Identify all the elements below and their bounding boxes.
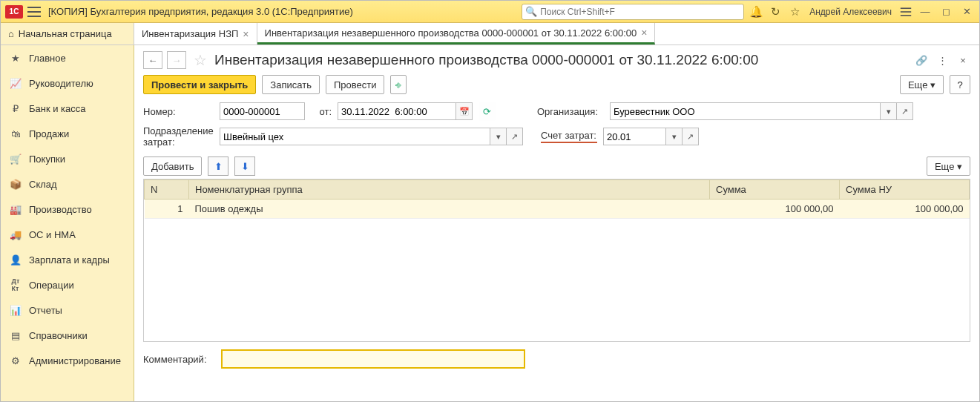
star-icon[interactable]: ☆ — [787, 4, 802, 19]
star-icon: ★ — [10, 52, 22, 64]
history-icon[interactable]: ↻ — [768, 4, 783, 19]
sidebar-item-warehouse[interactable]: 📦Склад — [1, 171, 134, 197]
back-button[interactable]: ← — [143, 51, 162, 69]
dtkt-button[interactable]: ⎆ — [390, 75, 407, 94]
cart-icon: 🛒 — [10, 153, 22, 165]
global-search[interactable]: 🔍 — [522, 4, 744, 20]
gear-icon: ⚙ — [10, 355, 22, 366]
sidebar-item-operations[interactable]: ДтКтОперации — [1, 272, 134, 297]
comment-label: Комментарий: — [143, 354, 214, 365]
dept-field[interactable] — [220, 128, 490, 145]
dept-label: Подразделениезатрат: — [143, 125, 214, 148]
table-row[interactable]: 1 Пошив одежды 100 000,00 100 000,00 — [145, 200, 970, 219]
calendar-icon[interactable]: 📅 — [456, 102, 473, 120]
bell-icon[interactable]: 🔔 — [749, 4, 763, 19]
org-label: Организация: — [537, 106, 604, 117]
maximize-button[interactable]: ◻ — [938, 4, 954, 20]
factory-icon: 🏭 — [10, 203, 22, 215]
chart-icon: 📈 — [10, 77, 22, 89]
help-button[interactable]: ? — [950, 75, 970, 94]
write-button[interactable]: Записать — [262, 75, 320, 94]
more-button[interactable]: Еще ▾ — [900, 75, 944, 94]
dropdown-icon[interactable]: ▾ — [490, 128, 507, 145]
post-button[interactable]: Провести — [326, 75, 385, 94]
home-tab-label: Начальная страница — [19, 28, 112, 39]
sidebar-item-purchases[interactable]: 🛒Покупки — [1, 146, 134, 171]
book-icon: ▤ — [10, 329, 22, 341]
add-row-button[interactable]: Добавить — [143, 156, 202, 176]
comment-field[interactable] — [221, 349, 525, 369]
sidebar-item-assets[interactable]: 🚚ОС и НМА — [1, 222, 134, 247]
post-close-button[interactable]: Провести и закрыть — [143, 75, 256, 94]
logo-1c: 1C — [5, 5, 23, 19]
bag-icon: 🛍 — [10, 128, 22, 139]
open-icon[interactable]: ↗ — [507, 128, 523, 145]
table-more-button[interactable]: Еще ▾ — [927, 156, 970, 176]
number-field[interactable] — [220, 102, 305, 120]
home-icon: ⌂ — [8, 28, 14, 39]
move-up-button[interactable]: ⬆ — [208, 156, 228, 176]
sidebar-item-production[interactable]: 🏭Производство — [1, 197, 134, 222]
account-field[interactable] — [603, 128, 666, 145]
forward-button[interactable]: → — [167, 51, 186, 69]
sidebar: ★Главное 📈Руководителю ₽Банк и касса 🛍Пр… — [1, 45, 134, 401]
tab-inventory-doc[interactable]: Инвентаризация незавершенного производст… — [257, 23, 656, 45]
link-icon[interactable]: 🔗 — [914, 53, 929, 67]
tab-label: Инвентаризация незавершенного производст… — [265, 27, 637, 39]
search-input[interactable] — [540, 7, 740, 17]
col-sum-nu[interactable]: Сумма НУ — [840, 180, 970, 200]
sidebar-item-bank[interactable]: ₽Банк и касса — [1, 96, 134, 121]
tab-label: Инвентаризация НЗП — [142, 28, 238, 39]
account-label[interactable]: Счет затрат: — [541, 130, 597, 143]
open-icon[interactable]: ↗ — [683, 128, 699, 145]
person-icon: 👤 — [10, 254, 22, 266]
search-icon: 🔍 — [525, 6, 537, 17]
minimize-button[interactable]: — — [917, 4, 933, 20]
dtkt-icon: ДтКт — [10, 279, 22, 291]
date-field[interactable] — [338, 102, 456, 120]
kebab-icon[interactable]: ⋮ — [935, 53, 950, 67]
bars-icon: 📊 — [10, 304, 22, 316]
sidebar-item-catalogs[interactable]: ▤Справочники — [1, 323, 134, 348]
dropdown-icon[interactable]: ▾ — [881, 102, 897, 120]
home-tab[interactable]: ⌂ Начальная страница — [1, 23, 134, 45]
box-icon: 📦 — [10, 178, 22, 190]
close-icon[interactable]: × — [641, 27, 647, 39]
sidebar-item-sales[interactable]: 🛍Продажи — [1, 121, 134, 146]
rows-table[interactable]: N Номенклатурная группа Сумма Сумма НУ 1… — [144, 179, 970, 219]
col-sum[interactable]: Сумма — [710, 180, 840, 200]
sidebar-item-manager[interactable]: 📈Руководителю — [1, 70, 134, 96]
close-icon[interactable]: × — [243, 28, 249, 40]
app-title: [КОПИЯ] Бухгалтерия предприятия, редакци… — [48, 6, 353, 17]
document-title: Инвентаризация незавершенного производст… — [214, 52, 758, 68]
sidebar-item-main[interactable]: ★Главное — [1, 45, 134, 70]
burger-menu-icon[interactable] — [27, 7, 41, 17]
number-label: Номер: — [143, 106, 214, 117]
dropdown-icon[interactable]: ▾ — [666, 128, 683, 145]
truck-icon: 🚚 — [10, 228, 22, 240]
user-menu-icon[interactable] — [901, 7, 911, 16]
sidebar-item-admin[interactable]: ⚙Администрирование — [1, 348, 134, 373]
close-doc-icon[interactable]: × — [956, 53, 970, 67]
favorite-toggle[interactable]: ☆ — [194, 51, 207, 69]
username[interactable]: Андрей Алексеевич — [809, 7, 892, 17]
col-group[interactable]: Номенклатурная группа — [189, 180, 710, 200]
col-n[interactable]: N — [145, 180, 189, 200]
date-label: от: — [311, 106, 332, 117]
sidebar-item-hr[interactable]: 👤Зарплата и кадры — [1, 247, 134, 272]
refresh-icon[interactable]: ⟳ — [479, 102, 496, 121]
sidebar-item-reports[interactable]: 📊Отчеты — [1, 297, 134, 323]
move-down-button[interactable]: ⬇ — [234, 156, 255, 176]
tab-inventory-list[interactable]: Инвентаризация НЗП × — [134, 23, 257, 45]
open-icon[interactable]: ↗ — [897, 102, 913, 120]
ruble-icon: ₽ — [10, 102, 22, 114]
close-window-button[interactable]: ✕ — [958, 4, 975, 20]
org-field[interactable] — [610, 102, 881, 120]
